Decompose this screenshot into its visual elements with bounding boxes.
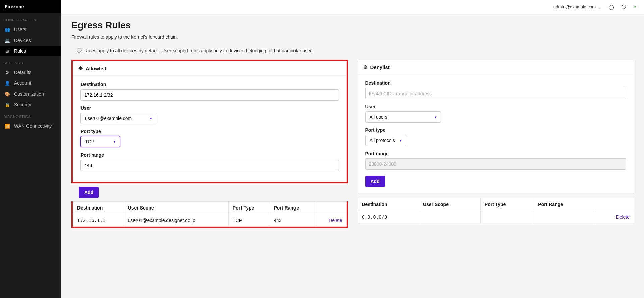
deny-destination-input[interactable] <box>365 88 627 99</box>
wifi-icon[interactable]: ᯤ <box>633 4 638 10</box>
deny-porttype-select[interactable]: All protocols ▾ <box>365 135 406 146</box>
table-header: Destination <box>358 198 419 211</box>
status-icon[interactable]: ◯ <box>609 4 614 10</box>
sidebar-icon: 💻 <box>5 38 10 43</box>
deny-porttype-label: Port type <box>365 127 627 133</box>
allow-porttype-value: TCP <box>85 139 94 144</box>
deny-porttype-value: All protocols <box>370 138 395 143</box>
allow-destination-input[interactable] <box>80 89 339 101</box>
sidebar-icon: 🔒 <box>5 102 10 107</box>
allow-portrange-label: Port range <box>80 152 339 158</box>
allow-destination-label: Destination <box>80 82 339 87</box>
sidebar-item-devices[interactable]: 💻Devices <box>0 35 61 46</box>
sidebar-item-label: Users <box>14 27 26 32</box>
delete-link[interactable]: Delete <box>616 214 630 220</box>
sidebar-section-label: CONFIGURATION <box>0 13 61 24</box>
cell-destination: 172.16.1.1 <box>73 214 124 227</box>
allowlist-panel: ✥ Allowlist Destination User <box>73 61 347 182</box>
info-banner: ⓘ Rules apply to all devices by default.… <box>71 48 634 54</box>
deny-portrange-label: Port range <box>365 151 627 156</box>
sidebar-icon: ⚙ <box>5 70 10 75</box>
deny-add-button[interactable]: Add <box>365 176 385 187</box>
table-row: 0.0.0.0/0Delete <box>358 211 634 223</box>
sidebar-item-users[interactable]: 👥Users <box>0 24 61 35</box>
sidebar: Firezone CONFIGURATION👥Users💻Devices⎚Rul… <box>0 0 61 298</box>
allow-portrange-input[interactable] <box>80 160 339 171</box>
chevron-down-icon: ⌄ <box>598 4 601 9</box>
sidebar-item-wan-connectivity[interactable]: 📶WAN Connectivity <box>0 121 61 131</box>
page-subtitle: Firewall rules to apply to the kernel's … <box>71 34 634 40</box>
cell-user-scope <box>419 211 480 223</box>
deny-destination-label: Destination <box>365 80 627 86</box>
sidebar-item-security[interactable]: 🔒Security <box>0 99 61 110</box>
cell-user-scope: user01@example.designet.co.jp <box>124 214 228 227</box>
chevron-down-icon: ▾ <box>114 140 116 144</box>
denylist-panel: ⊘ Denylist Destination User All <box>358 60 634 193</box>
sidebar-item-label: Defaults <box>14 70 31 75</box>
cell-port-range <box>534 211 594 223</box>
sidebar-item-account[interactable]: 👤Account <box>0 78 61 88</box>
sidebar-icon: 👤 <box>5 81 10 86</box>
sidebar-item-label: Security <box>14 102 31 107</box>
sidebar-icon: 📶 <box>5 124 10 129</box>
chevron-down-icon: ▾ <box>400 138 402 143</box>
info-icon: ⓘ <box>77 48 82 54</box>
page-title: Egress Rules <box>71 20 634 31</box>
table-header: Port Range <box>270 202 316 214</box>
sidebar-item-defaults[interactable]: ⚙Defaults <box>0 67 61 78</box>
sidebar-item-label: Devices <box>14 38 31 43</box>
denylist-heading: Denylist <box>370 64 390 70</box>
allow-icon: ✥ <box>78 65 83 71</box>
table-header: User Scope <box>419 198 480 211</box>
chevron-down-icon: ▾ <box>150 116 152 121</box>
table-header: Port Type <box>228 202 270 214</box>
deny-user-value: All users <box>370 114 388 120</box>
info-text: Rules apply to all devices by default. U… <box>84 48 313 53</box>
deny-user-select[interactable]: All users ▾ <box>365 111 441 123</box>
app-title: Firezone <box>0 0 61 13</box>
sidebar-item-customization[interactable]: 🎨Customization <box>0 88 61 99</box>
sidebar-item-label: Customization <box>14 91 44 97</box>
allow-user-label: User <box>80 105 339 111</box>
allowlist-heading: Allowlist <box>86 66 106 71</box>
cell-port-range: 443 <box>270 214 316 227</box>
topbar-user-email: admin@example.com <box>553 4 596 9</box>
topbar: admin@example.com ⌄ ◯ ⓘ ᯤ <box>61 0 644 14</box>
table-header: Destination <box>73 202 124 214</box>
main-area: admin@example.com ⌄ ◯ ⓘ ᯤ Egress Rules F… <box>61 0 644 298</box>
sidebar-section-label: DIAGNOSTICS <box>0 110 61 121</box>
table-header: User Scope <box>124 202 228 214</box>
cell-destination: 0.0.0.0/0 <box>358 211 419 223</box>
allow-porttype-label: Port type <box>80 129 339 134</box>
table-header: Port Type <box>480 198 534 211</box>
help-icon[interactable]: ⓘ <box>622 4 626 10</box>
table-row: 172.16.1.1user01@example.designet.co.jpT… <box>73 214 347 227</box>
table-header: Port Range <box>534 198 594 211</box>
cell-port-type <box>480 211 534 223</box>
allow-user-select[interactable]: user02@example.com ▾ <box>80 113 156 124</box>
sidebar-icon: 🎨 <box>5 92 10 97</box>
sidebar-icon: 👥 <box>5 27 10 32</box>
table-header <box>316 202 346 214</box>
allow-porttype-select[interactable]: TCP ▾ <box>80 136 120 147</box>
allowlist-table: DestinationUser ScopePort TypePort Range… <box>73 201 347 227</box>
sidebar-item-label: Rules <box>14 48 26 54</box>
table-header <box>594 198 634 211</box>
chevron-down-icon: ▾ <box>435 115 437 119</box>
allow-add-button[interactable]: Add <box>79 187 99 198</box>
sidebar-section-label: SETTINGS <box>0 56 61 67</box>
deny-icon: ⊘ <box>363 64 368 70</box>
sidebar-icon: ⎚ <box>5 49 10 54</box>
delete-link[interactable]: Delete <box>329 218 342 223</box>
deny-user-label: User <box>365 104 627 109</box>
deny-portrange-input <box>365 158 627 170</box>
cell-port-type: TCP <box>228 214 270 227</box>
denylist-table: DestinationUser ScopePort TypePort Range… <box>358 198 634 223</box>
allow-user-value: user02@example.com <box>85 116 132 121</box>
topbar-user-menu[interactable]: admin@example.com ⌄ <box>553 4 601 9</box>
sidebar-item-label: Account <box>14 80 31 86</box>
sidebar-item-label: WAN Connectivity <box>14 123 52 129</box>
sidebar-item-rules[interactable]: ⎚Rules <box>0 46 61 56</box>
